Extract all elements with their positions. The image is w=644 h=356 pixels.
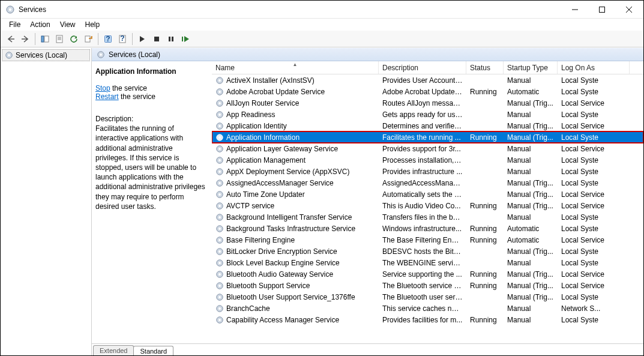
table-row[interactable]: AssignedAccessManager ServiceAssignedAcc…	[212, 177, 643, 189]
column-headers: Name▲ Description Status Startup Type Lo…	[212, 61, 643, 74]
cell-status: Running	[466, 316, 504, 324]
properties-button[interactable]	[53, 32, 66, 46]
table-row[interactable]: Adobe Acrobat Update ServiceAdobe Acroba…	[212, 86, 643, 97]
cell-startup-type: Manual	[504, 156, 558, 164]
table-row[interactable]: Bluetooth Audio Gateway ServiceService s…	[212, 268, 643, 280]
forward-button[interactable]	[19, 32, 32, 46]
cell-log-on-as: Local Service	[558, 122, 630, 130]
menu-file[interactable]: File	[4, 19, 25, 30]
maximize-button[interactable]	[588, 1, 615, 18]
service-list: Name▲ Description Status Startup Type Lo…	[212, 61, 643, 343]
restart-service-link[interactable]: Restart	[95, 92, 119, 101]
service-rows[interactable]: ActiveX Installer (AxInstSV)Provides Use…	[212, 74, 643, 343]
cell-startup-type: Manual	[504, 259, 558, 267]
table-row[interactable]: AllJoyn Router ServiceRoutes AllJoyn mes…	[212, 97, 643, 109]
cell-log-on-as: Local Service	[558, 190, 630, 199]
table-row[interactable]: Application Layer Gateway ServiceProvide…	[212, 143, 643, 154]
restart-service-button[interactable]	[179, 32, 192, 46]
start-service-button[interactable]	[136, 32, 149, 46]
export-list-button[interactable]	[82, 32, 95, 46]
toolbar-separator	[132, 33, 133, 45]
help-button[interactable]: ?	[101, 32, 115, 46]
service-icon	[215, 225, 224, 233]
service-icon	[215, 88, 224, 96]
svg-text:?: ?	[120, 35, 124, 43]
service-icon	[215, 213, 224, 222]
cell-name: AppX Deployment Service (AppXSVC)	[212, 167, 379, 176]
menu-view[interactable]: View	[55, 19, 80, 30]
table-row[interactable]: ActiveX Installer (AxInstSV)Provides Use…	[212, 74, 643, 86]
cell-startup-type: Automatic	[504, 88, 558, 96]
service-icon	[215, 236, 224, 244]
svg-point-28	[218, 91, 221, 93]
service-icon	[215, 99, 224, 107]
svg-point-56	[218, 250, 221, 253]
help-topics-button[interactable]: ?	[116, 32, 129, 46]
tab-extended[interactable]: Extended	[93, 345, 134, 355]
table-row[interactable]: Application IdentityDetermines and verif…	[212, 120, 643, 131]
cell-startup-type: Manual (Trig...	[504, 202, 558, 210]
service-icon	[215, 167, 224, 176]
service-icon	[215, 110, 224, 119]
table-row[interactable]: AppX Deployment Service (AppXSVC)Provide…	[212, 166, 643, 177]
toolbar: ? ?	[1, 31, 643, 47]
minimize-button[interactable]	[561, 1, 588, 18]
cell-description: Provides infrastructure ...	[379, 167, 466, 176]
cell-startup-type: Manual (Trig...	[504, 190, 558, 199]
toolbar-separator	[98, 33, 98, 45]
table-row[interactable]: Block Level Backup Engine ServiceThe WBE…	[212, 257, 643, 268]
svg-rect-3	[599, 7, 604, 12]
stop-service-button[interactable]	[150, 32, 163, 46]
cell-name: Base Filtering Engine	[212, 236, 379, 244]
table-row[interactable]: Capability Access Manager ServiceProvide…	[212, 314, 643, 325]
svg-point-68	[218, 319, 221, 321]
cell-startup-type: Manual	[504, 304, 558, 313]
column-header-log-on-as[interactable]: Log On As	[558, 61, 630, 74]
table-row[interactable]: Bluetooth User Support Service_1376ffeTh…	[212, 291, 643, 303]
cell-description: Provides User Account ...	[379, 76, 466, 85]
table-row[interactable]: Auto Time Zone UpdaterAutomatically sets…	[212, 189, 643, 200]
back-button[interactable]	[4, 32, 17, 46]
cell-log-on-as: Local Service	[558, 145, 630, 153]
svg-rect-6	[41, 36, 44, 42]
tree-node-services-local[interactable]: Services (Local)	[2, 49, 90, 61]
show-hide-tree-button[interactable]	[38, 32, 52, 46]
cell-log-on-as: Local Service	[558, 236, 630, 244]
column-header-description[interactable]: Description	[379, 61, 466, 74]
table-row[interactable]: Background Intelligent Transfer ServiceT…	[212, 211, 643, 223]
cell-log-on-as: Local Syste	[558, 88, 630, 96]
table-row[interactable]: BitLocker Drive Encryption ServiceBDESVC…	[212, 246, 643, 257]
column-header-name[interactable]: Name▲	[212, 61, 379, 74]
pause-service-button[interactable]	[164, 32, 178, 46]
stop-service-link[interactable]: Stop	[95, 84, 110, 92]
services-app-icon	[5, 5, 15, 14]
cell-description: Provides support for 3r...	[379, 145, 466, 153]
cell-startup-type: Manual	[504, 110, 558, 119]
column-header-status[interactable]: Status	[466, 61, 504, 74]
cell-name: Application Management	[212, 156, 379, 164]
description-body: Facilitates the running of interactive a…	[95, 124, 206, 211]
cell-name: Block Level Backup Engine Service	[212, 259, 379, 267]
svg-text:?: ?	[106, 35, 110, 43]
tab-standard[interactable]: Standard	[133, 346, 173, 356]
cell-startup-type: Manual (Trig...	[504, 293, 558, 301]
table-row[interactable]: Background Tasks Infrastructure ServiceW…	[212, 223, 643, 234]
cell-startup-type: Manual (Trig...	[504, 270, 558, 279]
table-row[interactable]: Application InformationFacilitates the r…	[212, 131, 643, 143]
refresh-button[interactable]	[67, 32, 80, 46]
close-button[interactable]	[615, 1, 642, 18]
table-row[interactable]: Base Filtering EngineThe Base Filtering …	[212, 234, 643, 246]
cell-name: Auto Time Zone Updater	[212, 190, 379, 199]
table-row[interactable]: Application ManagementProcesses installa…	[212, 154, 643, 166]
menu-action[interactable]: Action	[25, 19, 55, 30]
svg-point-24	[100, 53, 102, 56]
table-row[interactable]: BranchCacheThis service caches net...Man…	[212, 303, 643, 314]
table-row[interactable]: Bluetooth Support ServiceThe Bluetooth s…	[212, 280, 643, 291]
cell-description: Provides facilities for m...	[379, 316, 466, 324]
table-row[interactable]: App ReadinessGets apps ready for use ...…	[212, 109, 643, 120]
menu-help[interactable]: Help	[80, 19, 105, 30]
table-row[interactable]: AVCTP serviceThis is Audio Video Co...Ru…	[212, 200, 643, 211]
column-header-startup-type[interactable]: Startup Type	[504, 61, 558, 74]
cell-log-on-as: Local Syste	[558, 259, 630, 267]
svg-rect-20	[182, 37, 183, 41]
